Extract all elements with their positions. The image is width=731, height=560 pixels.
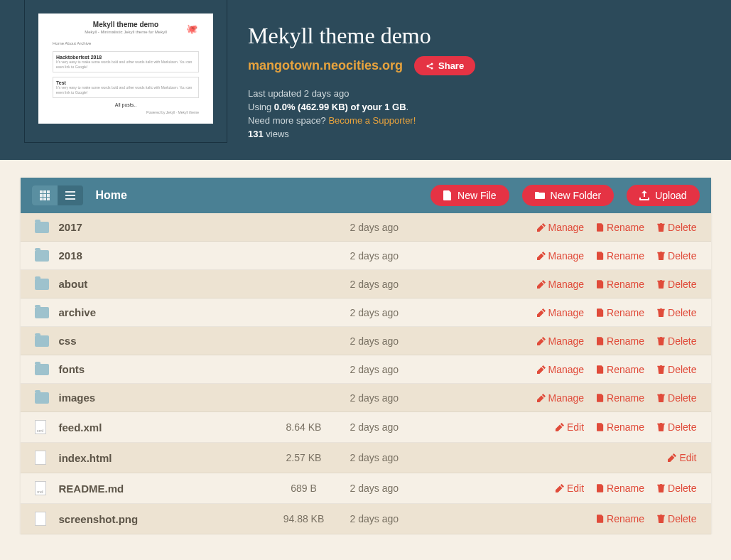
delete-icon	[657, 337, 665, 345]
delete-icon	[657, 308, 665, 317]
site-thumbnail[interactable]: 🐙 Mekyll theme demo Mekyll - Minimalisti…	[38, 14, 213, 124]
edit-icon	[556, 423, 564, 431]
rename-action[interactable]: Rename	[597, 392, 644, 404]
edit-action[interactable]: Edit	[668, 452, 696, 463]
share-label: Share	[438, 60, 464, 71]
svg-rect-14	[65, 198, 75, 200]
file-actions: Manage Rename Delete	[457, 392, 697, 404]
manage-icon	[537, 223, 546, 232]
file-row: css2 days ago Manage Rename Delete	[21, 327, 711, 355]
svg-rect-9	[40, 198, 43, 200]
file-name[interactable]: screenshot.png	[59, 513, 258, 525]
folder-icon	[35, 279, 49, 290]
file-name[interactable]: README.md	[59, 483, 258, 495]
rename-action[interactable]: Rename	[597, 222, 644, 233]
delete-action[interactable]: Delete	[657, 421, 696, 433]
file-row: screenshot.png94.88 KB2 days ago Rename …	[21, 504, 711, 534]
file-size: 689 B	[258, 483, 350, 494]
manage-icon	[537, 252, 546, 260]
file-size: 8.64 KB	[258, 421, 350, 433]
new-folder-button[interactable]: New Folder	[522, 185, 614, 206]
file-icon	[443, 190, 452, 200]
delete-action[interactable]: Delete	[657, 483, 696, 494]
grid-icon	[40, 190, 50, 200]
share-icon	[426, 62, 434, 70]
site-url-link[interactable]: mangotown.neocities.org	[248, 58, 403, 73]
rename-action[interactable]: Rename	[597, 307, 644, 318]
folder-icon	[35, 222, 49, 233]
rename-action[interactable]: Rename	[597, 421, 644, 433]
file-date: 2 days ago	[350, 279, 457, 290]
rename-icon	[597, 423, 604, 431]
file-row: about2 days ago Manage Rename Delete	[21, 270, 711, 298]
list-view-button[interactable]	[58, 185, 83, 205]
manage-icon	[537, 365, 546, 374]
site-title: Mekyll theme demo	[248, 23, 475, 49]
share-button[interactable]: Share	[414, 56, 475, 75]
supporter-link[interactable]: Become a Supporter!	[328, 115, 416, 126]
file-name[interactable]: fonts	[59, 363, 258, 375]
file-actions: Manage Rename Delete	[457, 250, 697, 262]
file-name[interactable]: 2017	[59, 221, 258, 233]
rename-action[interactable]: Rename	[597, 483, 644, 494]
toolbar: Home New File New Folder Upload	[21, 178, 711, 213]
manage-action[interactable]: Manage	[537, 392, 585, 404]
rename-action[interactable]: Rename	[597, 364, 644, 375]
grid-view-button[interactable]	[32, 185, 58, 205]
delete-action[interactable]: Delete	[657, 250, 696, 262]
file-actions: Rename Delete	[457, 513, 697, 524]
manage-action[interactable]: Manage	[537, 250, 585, 262]
svg-rect-10	[43, 198, 46, 200]
file-actions: Edit	[457, 452, 697, 463]
rename-action[interactable]: Rename	[597, 335, 644, 347]
delete-action[interactable]: Delete	[657, 307, 696, 318]
edit-action[interactable]: Edit	[556, 483, 584, 494]
manage-action[interactable]: Manage	[537, 307, 585, 318]
svg-rect-13	[65, 195, 75, 196]
breadcrumb[interactable]: Home	[96, 189, 127, 202]
file-name[interactable]: feed.xml	[59, 421, 258, 434]
rename-icon	[597, 223, 604, 232]
file-row: 20172 days ago Manage Rename Delete	[21, 213, 711, 242]
rename-icon	[597, 515, 604, 523]
delete-action[interactable]: Delete	[657, 222, 696, 233]
file-name[interactable]: images	[59, 392, 258, 404]
thumb-title: Mekyll theme demo	[53, 21, 199, 28]
delete-action[interactable]: Delete	[657, 364, 696, 375]
manage-action[interactable]: Manage	[537, 222, 585, 233]
manage-action[interactable]: Manage	[537, 335, 585, 347]
site-header: 🐙 Mekyll theme demo Mekyll - Minimalisti…	[0, 0, 731, 160]
upload-button[interactable]: Upload	[627, 185, 699, 206]
delete-icon	[657, 515, 665, 523]
new-file-button[interactable]: New File	[431, 185, 509, 206]
rename-action[interactable]: Rename	[597, 513, 644, 524]
delete-action[interactable]: Delete	[657, 513, 696, 524]
file-date: 2 days ago	[350, 250, 457, 262]
file-actions: Manage Rename Delete	[457, 335, 697, 347]
file-name[interactable]: about	[59, 278, 258, 290]
file-name[interactable]: index.html	[59, 452, 258, 464]
file-date: 2 days ago	[350, 421, 457, 433]
file-name[interactable]: archive	[59, 306, 258, 318]
manage-action[interactable]: Manage	[537, 364, 585, 375]
delete-action[interactable]: Delete	[657, 279, 696, 290]
svg-rect-3	[40, 190, 43, 193]
file-actions: Manage Rename Delete	[457, 307, 697, 318]
file-size: 94.88 KB	[258, 513, 350, 524]
file-date: 2 days ago	[350, 513, 457, 524]
rename-action[interactable]: Rename	[597, 250, 644, 262]
edit-action[interactable]: Edit	[556, 421, 584, 433]
file-type-icon: xml	[35, 420, 46, 434]
file-actions: Manage Rename Delete	[457, 222, 697, 233]
rename-action[interactable]: Rename	[597, 279, 644, 290]
delete-action[interactable]: Delete	[657, 335, 696, 347]
last-updated: Last updated 2 days ago	[248, 88, 475, 99]
file-name[interactable]: css	[59, 335, 258, 347]
file-name[interactable]: 2018	[59, 249, 258, 262]
manage-action[interactable]: Manage	[537, 279, 585, 290]
file-row: archive2 days ago Manage Rename Delete	[21, 298, 711, 327]
svg-rect-8	[47, 194, 50, 197]
file-row: xmlfeed.xml8.64 KB2 days ago Edit Rename…	[21, 412, 711, 443]
views-line: 131 views	[248, 129, 475, 139]
delete-action[interactable]: Delete	[657, 392, 696, 404]
